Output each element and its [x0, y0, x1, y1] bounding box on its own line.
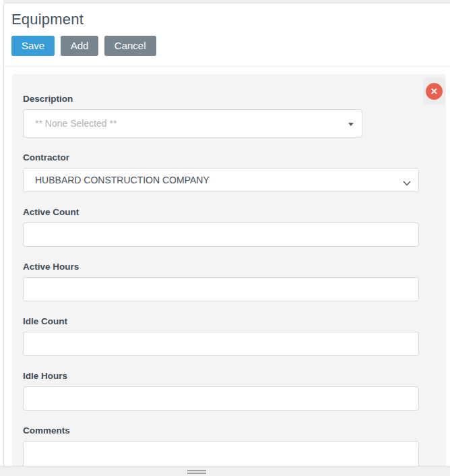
contractor-group: Contractor HUBBARD CONSTRUCTION COMPANY — [23, 152, 419, 192]
add-button[interactable]: Add — [61, 36, 99, 56]
idle-hours-input[interactable] — [23, 386, 419, 411]
active-count-label: Active Count — [23, 207, 419, 217]
save-button[interactable]: Save — [11, 36, 55, 56]
caret-down-icon — [348, 123, 354, 126]
idle-hours-label: Idle Hours — [23, 371, 419, 381]
description-dropdown[interactable]: ** None Selected ** — [23, 109, 362, 138]
page-title: Equipment — [11, 9, 447, 30]
portlet-header: Equipment Save Add Cancel — [4, 3, 450, 67]
contractor-label: Contractor — [23, 152, 419, 162]
equipment-form-panel: ✕ Description ** None Selected ** Contra… — [12, 74, 446, 476]
close-icon: ✕ — [426, 83, 443, 100]
description-dropdown-value: ** None Selected ** — [35, 118, 117, 129]
bottom-resize-strip — [0, 467, 450, 476]
contractor-select[interactable]: HUBBARD CONSTRUCTION COMPANY — [23, 168, 419, 192]
remove-row-button[interactable]: ✕ — [423, 78, 445, 105]
resize-handle-bar — [187, 473, 206, 474]
idle-hours-group: Idle Hours — [23, 371, 419, 411]
description-group: Description ** None Selected ** — [23, 94, 419, 138]
resize-handle[interactable] — [187, 470, 206, 475]
cancel-button[interactable]: Cancel — [104, 36, 156, 56]
equipment-portlet: Equipment Save Add Cancel ✕ Description … — [3, 3, 450, 476]
active-count-input[interactable] — [23, 222, 419, 247]
idle-count-input[interactable] — [23, 332, 419, 356]
description-label: Description — [23, 94, 419, 104]
active-hours-group: Active Hours — [23, 262, 419, 301]
contractor-select-value: HUBBARD CONSTRUCTION COMPANY — [35, 175, 210, 185]
portlet-body: ✕ Description ** None Selected ** Contra… — [4, 67, 450, 476]
idle-count-group: Idle Count — [23, 316, 419, 356]
comments-label: Comments — [23, 425, 419, 436]
chevron-down-icon — [403, 178, 411, 189]
idle-count-label: Idle Count — [23, 316, 419, 326]
toolbar: Save Add Cancel — [11, 36, 447, 56]
resize-handle-bar — [187, 470, 206, 471]
active-hours-label: Active Hours — [23, 262, 419, 272]
active-count-group: Active Count — [23, 207, 419, 247]
active-hours-input[interactable] — [23, 277, 419, 301]
